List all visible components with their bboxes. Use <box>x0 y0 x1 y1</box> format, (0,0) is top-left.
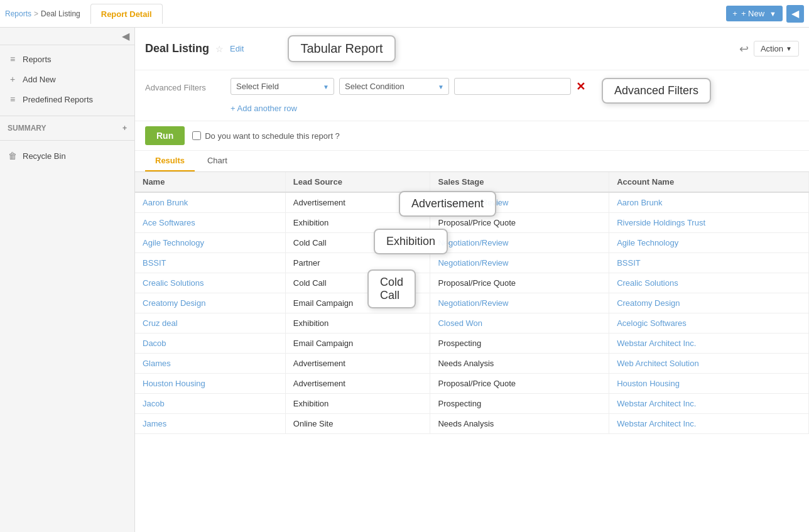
tab-results[interactable]: Results <box>145 151 195 171</box>
annotation-tabular-report: Tabular Report <box>288 35 395 62</box>
cell-name: Crealic Solutions <box>135 273 285 293</box>
cell-name: Jacob <box>135 394 285 414</box>
account-name-link[interactable]: Riverside Holdings Trust <box>617 218 705 227</box>
sidebar-item-predefined[interactable]: ≡ Predefined Reports <box>0 89 134 109</box>
cell-sales-stage: Closed Won <box>430 313 609 334</box>
account-name-link[interactable]: Webstar Architect Inc. <box>617 419 696 428</box>
name-link[interactable]: Glames <box>143 359 171 368</box>
breadcrumb-reports[interactable]: Reports <box>5 9 31 18</box>
account-name-link[interactable]: Webstar Architect Inc. <box>617 339 696 348</box>
filter-value-input[interactable] <box>454 78 571 95</box>
new-button[interactable]: + + New ▼ <box>726 6 783 21</box>
recycle-bin-icon: 🗑 <box>8 151 18 161</box>
plus-icon: + <box>732 9 737 18</box>
top-bar-tabs: Report Detail <box>90 4 722 24</box>
edit-link[interactable]: Edit <box>230 44 244 53</box>
results-table: Name Lead Source Sales Stage Account Nam… <box>135 172 809 434</box>
cell-name: Creatomy Design <box>135 293 285 313</box>
sidebar: ◀ ≡ Reports + Add New ≡ Predefined Repor… <box>0 28 135 532</box>
sidebar-item-recycle-bin[interactable]: 🗑 Recycle Bin <box>0 146 134 166</box>
summary-add-icon[interactable]: + <box>122 124 127 133</box>
sidebar-collapse-button[interactable]: ◀ <box>122 30 129 42</box>
table-row: Aaron BrunkAdvertisementNegotiation/Revi… <box>135 192 809 213</box>
account-name-link[interactable]: Aaron Brunk <box>617 198 662 207</box>
cell-lead-source: Partner <box>285 253 430 273</box>
name-link[interactable]: Dacob <box>143 339 166 348</box>
new-dropdown-arrow[interactable]: ▼ <box>769 10 776 18</box>
cell-sales-stage: Needs Analysis <box>430 354 609 374</box>
account-name-link[interactable]: Webstar Architect Inc. <box>617 399 696 408</box>
cell-account-name: Creatomy Design <box>609 293 809 313</box>
account-name-link[interactable]: Acelogic Softwares <box>617 318 687 328</box>
remove-filter-button[interactable]: ✕ <box>576 80 585 94</box>
undo-button[interactable]: ↩ <box>739 42 749 56</box>
select-field-dropdown[interactable]: Select Field <box>231 78 334 95</box>
schedule-checkbox[interactable] <box>192 131 201 140</box>
action-button[interactable]: Action ▼ <box>754 41 799 57</box>
top-right-controls: + + New ▼ ◀ <box>726 5 804 23</box>
sidebar-recycle-label: Recycle Bin <box>23 151 127 161</box>
cell-lead-source: Exhibition <box>285 213 430 233</box>
schedule-checkbox-label: Do you want to schedule this report ? <box>192 131 340 141</box>
breadcrumb: Reports > Deal Listing <box>5 9 80 18</box>
sidebar-item-add-new[interactable]: + Add New <box>0 69 134 89</box>
tab-chart[interactable]: Chart <box>197 151 237 171</box>
cell-account-name: Acelogic Softwares <box>609 313 809 334</box>
reports-icon: ≡ <box>8 54 18 64</box>
run-button[interactable]: Run <box>145 126 185 145</box>
cell-account-name: Agile Technology <box>609 233 809 253</box>
account-name-link[interactable]: Agile Technology <box>617 238 678 247</box>
name-link[interactable]: Houston Housing <box>143 379 205 388</box>
cell-account-name: Houston Housing <box>609 374 809 394</box>
select-condition-dropdown[interactable]: Select Condition <box>339 78 449 95</box>
table-body: Aaron BrunkAdvertisementNegotiation/Revi… <box>135 192 809 434</box>
filters-controls: Select Field Select Condition ✕ + Add an… <box>231 78 585 113</box>
table-row: BSSITPartnerNegotiation/ReviewBSSIT <box>135 253 809 273</box>
cell-account-name: Aaron Brunk <box>609 192 809 213</box>
table-container: Advertisement Exhibition Cold Call Name … <box>135 172 809 434</box>
sidebar-predefined-label: Predefined Reports <box>23 95 127 104</box>
schedule-label: Do you want to schedule this report ? <box>205 131 340 141</box>
name-link[interactable]: BSSIT <box>143 258 166 268</box>
add-new-icon: + <box>8 74 18 84</box>
name-link[interactable]: Agile Technology <box>143 238 204 247</box>
main-layout: ◀ ≡ Reports + Add New ≡ Predefined Repor… <box>0 28 809 532</box>
cell-lead-source: Online Site <box>285 414 430 434</box>
name-link[interactable]: Jacob <box>143 399 165 408</box>
name-link[interactable]: James <box>143 419 166 428</box>
action-dropdown-icon: ▼ <box>786 45 792 52</box>
account-name-link[interactable]: Houston Housing <box>617 379 680 388</box>
sidebar-item-reports[interactable]: ≡ Reports <box>0 49 134 69</box>
cell-account-name: Webstar Architect Inc. <box>609 414 809 434</box>
favorite-star-icon[interactable]: ☆ <box>215 44 224 54</box>
account-name-link[interactable]: Crealic Solutions <box>617 278 678 288</box>
cell-name: James <box>135 414 285 434</box>
breadcrumb-current: Deal Listing <box>41 9 80 18</box>
name-link[interactable]: Ace Softwares <box>143 218 195 227</box>
add-row-link[interactable]: + Add another row <box>231 104 297 113</box>
account-name-link[interactable]: BSSIT <box>617 258 641 268</box>
table-row: Ace SoftwaresExhibitionProposal/Price Qu… <box>135 213 809 233</box>
account-name-link[interactable]: Creatomy Design <box>617 298 680 308</box>
cell-account-name: Webstar Architect Inc. <box>609 394 809 414</box>
table-row: Houston HousingAdvertisementProposal/Pri… <box>135 374 809 394</box>
back-button[interactable]: ◀ <box>786 5 804 23</box>
top-bar: Reports > Deal Listing Report Detail + +… <box>0 0 809 28</box>
cell-sales-stage: Negotiation/Review <box>430 233 609 253</box>
name-link[interactable]: Aaron Brunk <box>143 198 188 207</box>
tab-report-detail[interactable]: Report Detail <box>90 4 163 24</box>
name-link[interactable]: Cruz deal <box>143 318 178 328</box>
annotation-tabular-report-area: Tabular Report <box>288 35 395 62</box>
name-link[interactable]: Creatomy Design <box>143 298 205 308</box>
table-row: Agile TechnologyCold CallNegotiation/Rev… <box>135 233 809 253</box>
cell-account-name: Riverside Holdings Trust <box>609 213 809 233</box>
sidebar-collapse-area: ◀ <box>0 28 134 45</box>
content-area: Deal Listing ☆ Edit Tabular Report ↩ Act… <box>135 28 809 532</box>
cell-account-name: BSSIT <box>609 253 809 273</box>
name-link[interactable]: Crealic Solutions <box>143 278 204 288</box>
new-label: + New <box>741 9 764 18</box>
annotation-advanced-filters-area: Advanced Filters <box>602 78 711 104</box>
account-name-link[interactable]: Web Architect Solution <box>617 359 699 368</box>
sidebar-summary-section: Summary + <box>0 119 134 138</box>
cell-name: Glames <box>135 354 285 374</box>
